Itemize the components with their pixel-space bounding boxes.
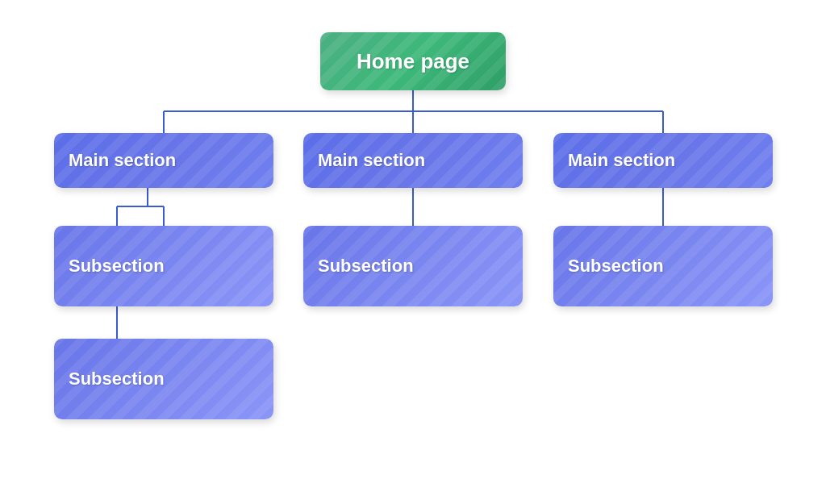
main-section-2: Main section (303, 133, 523, 188)
main-section-1: Main section (54, 133, 273, 188)
subsection-1b-label: Subsection (69, 369, 165, 389)
subsection-3-label: Subsection (568, 256, 664, 277)
site-map-diagram: Home page Main section Main section Main… (0, 0, 826, 504)
subsection-2: Subsection (303, 226, 523, 306)
subsection-2-label: Subsection (318, 256, 414, 277)
main-section-3: Main section (553, 133, 773, 188)
main-section-2-label: Main section (318, 150, 425, 171)
main-section-1-label: Main section (69, 150, 176, 171)
home-label: Home page (357, 49, 469, 74)
subsection-1a: Subsection (54, 226, 273, 306)
subsection-1a-label: Subsection (69, 256, 165, 277)
subsection-3: Subsection (553, 226, 773, 306)
main-section-3-label: Main section (568, 150, 675, 171)
subsection-1b: Subsection (54, 339, 273, 419)
home-node: Home page (320, 32, 506, 90)
